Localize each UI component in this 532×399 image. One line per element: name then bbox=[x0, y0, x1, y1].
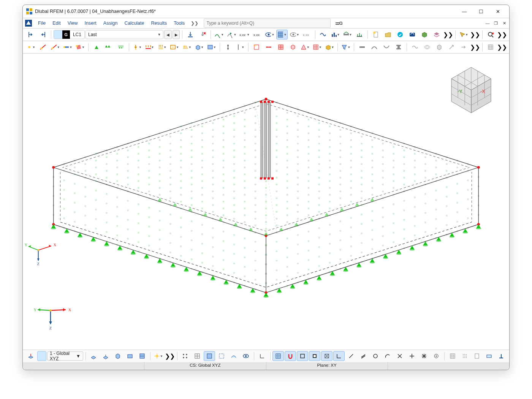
snap-toggle-button[interactable]: ▼ bbox=[234, 42, 246, 52]
result-arrow-button[interactable] bbox=[458, 42, 469, 52]
toolbar1c-overflow[interactable]: ❯❯ bbox=[497, 31, 507, 38]
load-line-button[interactable]: ▼ bbox=[144, 42, 155, 52]
mdi-minimize-button[interactable]: — bbox=[484, 20, 491, 27]
snap-diag-button[interactable] bbox=[321, 351, 332, 361]
draw-center-button[interactable] bbox=[431, 351, 442, 361]
quick-search-go-icon[interactable] bbox=[334, 19, 344, 27]
mesh-quad-button[interactable] bbox=[275, 42, 287, 52]
persp-1-button[interactable] bbox=[88, 351, 99, 361]
mesh-solid-button[interactable]: ▼ bbox=[324, 42, 336, 52]
persp-2-button[interactable] bbox=[100, 351, 111, 361]
grid-dots-button[interactable] bbox=[459, 351, 470, 361]
load-cancel-button[interactable] bbox=[197, 30, 208, 40]
model-viewport[interactable]: X Y Z X Y Z bbox=[23, 54, 509, 350]
window-minimize-button[interactable]: — bbox=[456, 6, 473, 17]
loadcase-name-dropdown[interactable]: Last ▼ bbox=[86, 30, 163, 39]
load-block-button[interactable]: ▼ bbox=[206, 42, 217, 52]
bottombar-overflow-1[interactable]: ❯❯ bbox=[165, 353, 175, 360]
draw-ortho-button[interactable] bbox=[333, 351, 345, 361]
navigation-cube[interactable]: -X -Y bbox=[445, 60, 498, 114]
member-beam-button[interactable] bbox=[356, 42, 368, 52]
cloud-sync-button[interactable] bbox=[407, 30, 418, 40]
snap-vert-button[interactable] bbox=[222, 42, 234, 52]
new-file-button[interactable] bbox=[370, 30, 382, 40]
ortho-1-button[interactable] bbox=[124, 351, 136, 361]
menu-file[interactable]: File bbox=[35, 20, 49, 27]
workplane-toggle-button[interactable] bbox=[25, 351, 36, 361]
snap-rect-button[interactable] bbox=[297, 351, 308, 361]
result-contour-button[interactable] bbox=[421, 42, 433, 52]
render-star-button[interactable]: ▼ bbox=[153, 351, 164, 361]
filter-button[interactable]: ▼ bbox=[340, 42, 352, 52]
new-line-dd-button[interactable]: ▼ bbox=[49, 42, 61, 52]
member-arc-button[interactable] bbox=[369, 42, 380, 52]
mesh-hex-button[interactable] bbox=[287, 42, 299, 52]
mesh-star-button[interactable] bbox=[251, 42, 262, 52]
anchor-left-button[interactable] bbox=[25, 30, 36, 40]
deform-shape-button[interactable]: ▼ bbox=[213, 30, 225, 40]
find-button[interactable] bbox=[485, 30, 496, 40]
draw-line-button[interactable] bbox=[345, 351, 357, 361]
app-menu-icon[interactable] bbox=[24, 19, 33, 27]
mesh-tri-button[interactable]: ▼ bbox=[299, 42, 311, 52]
grid-extent-button[interactable] bbox=[483, 351, 495, 361]
wave-toggle-button[interactable] bbox=[317, 30, 329, 40]
vis-nodes-button[interactable] bbox=[179, 351, 191, 361]
draw-asterisk-button[interactable] bbox=[418, 351, 430, 361]
layers-button[interactable] bbox=[431, 30, 442, 40]
new-surface-button[interactable]: ▼ bbox=[74, 42, 86, 52]
table-button[interactable] bbox=[485, 42, 496, 52]
ucs-origin-button[interactable] bbox=[256, 351, 268, 361]
cloud-save-button[interactable] bbox=[394, 30, 406, 40]
loadcase-next-button[interactable]: ▶ bbox=[173, 30, 180, 39]
annotation-short-button[interactable]: x.xx bbox=[252, 30, 263, 40]
scale-eye-button[interactable]: ▼ bbox=[288, 30, 300, 40]
ortho-2-button[interactable] bbox=[136, 351, 148, 361]
annotation-detail-button[interactable]: x.xx▼ bbox=[238, 30, 251, 40]
result-vector-button[interactable] bbox=[446, 42, 457, 52]
new-member-button[interactable]: ▼ bbox=[62, 42, 74, 52]
vis-solid-button[interactable] bbox=[204, 351, 215, 361]
span-result-button[interactable] bbox=[354, 30, 365, 40]
load-area-button[interactable]: ▼ bbox=[156, 42, 168, 52]
deform-scale-button[interactable]: ▼ bbox=[226, 30, 238, 40]
snap-magnet-button[interactable] bbox=[285, 351, 296, 361]
quick-search-input[interactable] bbox=[204, 19, 331, 28]
result-envelope-button[interactable] bbox=[409, 42, 421, 52]
toolbar2-overflow[interactable]: ❯❯ bbox=[470, 44, 480, 51]
vis-eye-button[interactable] bbox=[240, 351, 252, 361]
load-solid-button[interactable]: ▼ bbox=[193, 42, 205, 52]
window-close-button[interactable]: ✕ bbox=[489, 6, 506, 17]
support-surface-button[interactable] bbox=[115, 42, 127, 52]
load-node-button[interactable]: ▼ bbox=[131, 42, 143, 52]
load-rect-button[interactable]: ▼ bbox=[168, 42, 180, 52]
load-apply-button[interactable] bbox=[185, 30, 196, 40]
draw-cross-button[interactable] bbox=[394, 351, 405, 361]
vis-mesh-button[interactable] bbox=[192, 351, 203, 361]
result-cube-button[interactable] bbox=[434, 42, 445, 52]
member-cable-button[interactable] bbox=[381, 42, 392, 52]
load-poly-button[interactable]: ▼ bbox=[181, 42, 193, 52]
menu-view[interactable]: View bbox=[65, 20, 81, 27]
select-pick-button[interactable]: ▼ bbox=[458, 30, 469, 40]
mesh-refine-button[interactable]: ▼ bbox=[312, 42, 323, 52]
snap-rect-fill-button[interactable] bbox=[309, 351, 320, 361]
grid-page-button[interactable] bbox=[471, 351, 483, 361]
menu-insert[interactable]: Insert bbox=[82, 20, 100, 27]
menu-edit[interactable]: Edit bbox=[49, 20, 64, 27]
open-file-button[interactable] bbox=[382, 30, 394, 40]
mesh-line-button[interactable] bbox=[263, 42, 274, 52]
member-section-button[interactable] bbox=[393, 42, 404, 52]
anchor-right-button[interactable] bbox=[37, 30, 49, 40]
menu-tools[interactable]: Tools bbox=[171, 20, 188, 27]
loadcase-prev-button[interactable]: ◀ bbox=[164, 30, 171, 39]
draw-circle-button[interactable] bbox=[370, 351, 381, 361]
view-select-dropdown[interactable]: 1 - Global XYZ ▼ bbox=[47, 352, 83, 361]
support-line-button[interactable] bbox=[103, 42, 114, 52]
snap-grid-button[interactable] bbox=[272, 351, 284, 361]
support-node-button[interactable] bbox=[91, 42, 102, 52]
menu-calculate[interactable]: Calculate bbox=[121, 20, 147, 27]
cloud-package-button[interactable] bbox=[419, 30, 430, 40]
mdi-close-button[interactable]: ✕ bbox=[501, 20, 508, 27]
draw-plus-button[interactable] bbox=[406, 351, 418, 361]
